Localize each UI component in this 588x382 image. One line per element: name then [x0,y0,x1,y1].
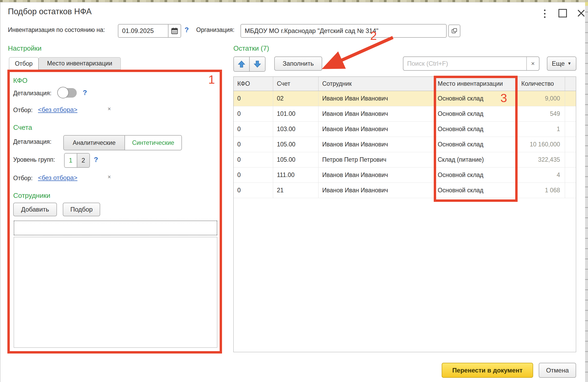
cell[interactable]: 10 160,000 [518,137,565,152]
cell[interactable]: Иванов Иван Иванович [319,122,434,137]
background-window-edge [585,2,588,382]
column-header[interactable]: Счет [273,77,319,91]
maximize-icon[interactable] [557,8,568,18]
settings-title: Настройки [8,44,42,52]
more-button[interactable]: Еще ▼ [547,56,576,71]
inventory-date-field[interactable]: 01.09.2025 [118,24,181,38]
add-employee-button[interactable]: Добавить [13,203,57,216]
cell[interactable]: Основной склад [434,122,518,137]
cell[interactable]: 1 [518,122,565,137]
search-clear-icon[interactable]: × [526,57,539,70]
table-row[interactable]: 0105.00Петров Петр ПетровичСклад (питани… [234,152,576,168]
table-row[interactable]: 0111.00Иванов Иван ИвановичОсновной скла… [234,168,576,183]
cell[interactable]: 549 [518,106,565,121]
group-level-switch: 1 2 [64,153,90,168]
cell[interactable]: 9,000 [518,91,565,106]
column-header[interactable]: Место инвентаризации [434,77,518,91]
balances-table: КФОСчетСотрудникМесто инвентаризацииКоли… [233,77,576,352]
option-analytical[interactable]: Аналитические [64,136,125,150]
cell[interactable]: Иванов Иван Иванович [319,168,434,183]
table-row[interactable]: 002Иванов Иван ИвановичОсновной склад9,0… [234,91,576,106]
cell[interactable]: 02 [273,91,319,106]
cell[interactable]: Петров Петр Петрович [319,152,434,167]
chevron-down-icon: ▼ [567,61,572,66]
cell[interactable]: 0 [234,122,273,137]
cell[interactable] [565,168,576,183]
cell[interactable]: Основной склад [434,137,518,152]
cell[interactable]: Основной склад [434,106,518,121]
accounts-section-title: Счета [13,123,32,132]
kfo-filter-link[interactable]: <без отбора> [38,106,78,113]
kfo-help-icon[interactable]: ? [83,89,87,97]
cell[interactable]: Основной склад [434,183,518,198]
calendar-icon[interactable] [168,25,181,37]
employees-list[interactable] [14,237,217,348]
cell[interactable]: 0 [234,168,273,183]
pick-employee-button[interactable]: Подбор [63,203,100,216]
search-input[interactable] [403,57,526,70]
kfo-detail-toggle[interactable] [58,88,77,98]
cell[interactable] [565,137,576,152]
cell[interactable]: 322,435 [518,152,565,167]
employees-empty-row[interactable] [14,221,217,235]
table-row[interactable]: 0101.00Иванов Иван ИвановичОсновной скла… [234,106,576,122]
cell[interactable]: 1 068 [518,183,565,198]
window-menu-icon[interactable] [540,8,550,19]
cell[interactable]: 4 [518,168,565,183]
level-1-button[interactable]: 1 [65,154,77,167]
kfo-filter-clear-icon[interactable]: × [108,106,111,112]
cell[interactable]: Иванов Иван Иванович [319,137,434,152]
organization-field[interactable]: МБДОУ МО г.Краснодар "Детский сад № 314" [240,24,447,38]
cell[interactable]: Иванов Иван Иванович [319,183,434,198]
organization-value[interactable]: МБДОУ МО г.Краснодар "Детский сад № 314" [241,27,378,35]
accounts-filter-clear-icon[interactable]: × [108,174,111,180]
table-row[interactable]: 021Иванов Иван ИвановичОсновной склад1 0… [234,183,576,198]
transfer-to-document-button[interactable]: Перенести в документ [442,363,533,378]
accounts-filter-link[interactable]: <без отбора> [38,174,78,182]
cell[interactable]: 0 [234,183,273,198]
cell[interactable] [565,91,576,106]
cell[interactable]: Иванов Иван Иванович [319,106,434,121]
background-window-corner [585,2,588,6]
cell[interactable]: 0 [234,137,273,152]
cell[interactable]: 103.00 [273,122,319,137]
cell[interactable]: Склад (питание) [434,152,518,167]
option-synthetic[interactable]: Синтетические [125,136,181,150]
table-row[interactable]: 0103.00Иванов Иван ИвановичОсновной скла… [234,122,576,137]
move-up-icon[interactable] [234,57,250,71]
tab-otbor[interactable]: Отбор [9,57,38,70]
cell[interactable]: 0 [234,106,273,121]
accounts-detail-label: Детализация: [13,138,51,145]
level-2-button[interactable]: 2 [77,154,89,167]
fill-button[interactable]: Заполнить [274,56,322,71]
cell[interactable]: Основной склад [434,168,518,183]
column-header[interactable]: КФО [234,77,273,91]
inventory-date-value[interactable]: 01.09.2025 [118,27,168,35]
cell[interactable] [565,152,576,167]
cell[interactable]: 111.00 [273,168,319,183]
cell[interactable]: 0 [234,91,273,106]
cell[interactable]: 101.00 [273,106,319,121]
move-down-icon[interactable] [250,57,265,71]
cancel-button[interactable]: Отмена [539,363,576,378]
cell[interactable]: 105.00 [273,137,319,152]
table-header-row: КФОСчетСотрудникМесто инвентаризацииКоли… [234,77,576,91]
cell[interactable] [565,183,576,198]
cell[interactable] [565,106,576,121]
group-level-help-icon[interactable]: ? [94,156,98,164]
cell[interactable]: 105.00 [273,152,319,167]
cell[interactable] [565,122,576,137]
table-row[interactable]: 0105.00Иванов Иван ИвановичОсновной скла… [234,137,576,152]
close-icon[interactable] [576,8,586,18]
column-header[interactable]: Количество [518,77,565,91]
column-header[interactable] [565,77,576,91]
cell[interactable]: Основной склад [434,91,518,106]
cell[interactable]: 0 [234,152,273,167]
date-help-icon[interactable]: ? [185,26,189,34]
cell[interactable]: Иванов Иван Иванович [319,91,434,106]
cell[interactable]: 21 [273,183,319,198]
organization-open-icon[interactable] [448,25,460,37]
column-header[interactable]: Сотрудник [319,77,434,91]
row-move-buttons [233,56,266,72]
tab-mesto-inventarizacii[interactable]: Место инвентаризации [38,57,121,70]
